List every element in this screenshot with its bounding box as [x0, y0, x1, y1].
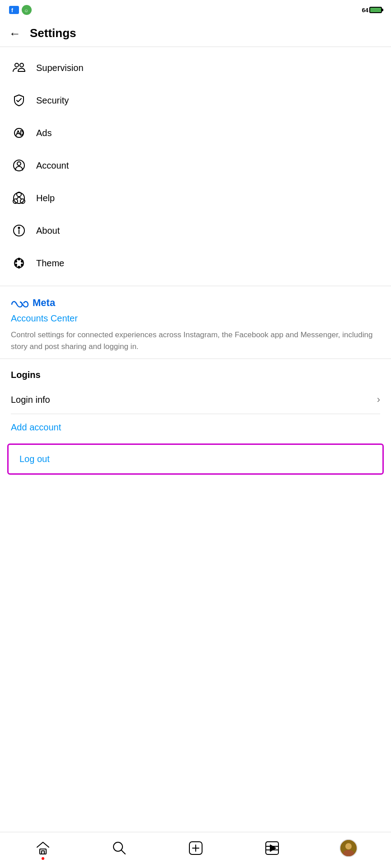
svg-point-22	[15, 260, 17, 262]
bottom-nav	[0, 832, 391, 868]
avatar	[339, 839, 358, 857]
theme-label: Theme	[36, 258, 64, 269]
sidebar-item-supervision[interactable]: Supervision	[0, 52, 391, 84]
nav-home[interactable]	[29, 835, 57, 862]
svg-rect-23	[40, 849, 46, 854]
divider-3	[11, 414, 380, 414]
svg-point-20	[18, 266, 20, 268]
settings-header: ← Settings	[0, 20, 391, 47]
account-label: Account	[36, 160, 69, 171]
logins-title: Logins	[11, 370, 380, 380]
divider-2	[0, 359, 391, 359]
nav-create[interactable]	[182, 835, 209, 862]
svg-line-12	[19, 197, 21, 199]
svg-point-17	[18, 258, 20, 260]
svg-point-6	[17, 162, 21, 165]
theme-icon	[11, 255, 27, 271]
sidebar-item-security[interactable]: Security	[0, 84, 391, 117]
logout-section[interactable]: Log out	[7, 443, 384, 475]
sidebar-item-ads[interactable]: Ads	[0, 117, 391, 149]
reels-icon	[264, 840, 280, 856]
security-label: Security	[36, 95, 69, 106]
back-button[interactable]: ←	[9, 28, 21, 39]
home-icon	[35, 840, 51, 856]
back-arrow-icon: ←	[9, 28, 21, 39]
battery-bar	[369, 7, 382, 13]
divider-1	[0, 286, 391, 286]
svg-text:f: f	[11, 7, 14, 13]
svg-point-7	[14, 193, 24, 203]
svg-point-2	[15, 63, 19, 67]
logins-section: Logins Login info › Add account	[0, 361, 391, 439]
svg-point-19	[21, 264, 23, 266]
nav-search[interactable]	[106, 835, 133, 862]
sidebar-item-theme[interactable]: Theme	[0, 247, 391, 279]
svg-line-26	[122, 850, 125, 854]
status-bar: f ☺ 64	[0, 0, 391, 20]
svg-point-35	[345, 843, 352, 849]
login-info-item[interactable]: Login info ›	[11, 387, 380, 412]
ads-icon	[11, 125, 27, 141]
ads-label: Ads	[36, 128, 52, 138]
about-icon	[11, 222, 27, 239]
about-label: About	[36, 226, 60, 236]
supervision-label: Supervision	[36, 63, 84, 73]
messenger-status-icon: ☺	[22, 5, 32, 15]
meta-section: Meta Accounts Center Control settings fo…	[0, 288, 391, 357]
nav-profile[interactable]	[335, 835, 362, 862]
supervision-icon	[11, 60, 27, 76]
svg-point-21	[15, 264, 17, 266]
create-icon	[188, 840, 204, 856]
accounts-center-link[interactable]: Accounts Center	[11, 313, 380, 324]
svg-point-25	[113, 842, 122, 851]
svg-text:☺: ☺	[24, 8, 28, 13]
svg-point-9	[13, 199, 18, 203]
help-icon	[11, 190, 27, 206]
status-icons: f ☺	[9, 5, 32, 15]
settings-menu: Supervision Security Ads	[0, 47, 391, 284]
sidebar-item-about[interactable]: About	[0, 214, 391, 247]
meta-logo-svg	[11, 298, 29, 307]
sidebar-item-help[interactable]: Help	[0, 182, 391, 214]
battery-indicator: 64	[362, 7, 382, 14]
add-account-link[interactable]: Add account	[11, 416, 380, 439]
svg-point-15	[19, 227, 20, 229]
meta-description: Control settings for connected experienc…	[11, 329, 380, 352]
svg-point-10	[20, 199, 25, 203]
facebook-status-icon: f	[9, 6, 19, 14]
help-label: Help	[36, 193, 55, 203]
nav-reels[interactable]	[259, 835, 286, 862]
svg-rect-24	[42, 851, 44, 854]
search-icon	[111, 840, 127, 856]
svg-line-11	[17, 197, 19, 199]
home-active-dot	[42, 857, 44, 860]
svg-point-18	[21, 260, 23, 262]
meta-logo: Meta	[11, 297, 380, 309]
svg-point-3	[20, 63, 24, 67]
sidebar-item-account[interactable]: Account	[0, 149, 391, 182]
chevron-right-icon: ›	[377, 394, 380, 406]
security-icon	[11, 92, 27, 108]
logout-label: Log out	[19, 454, 50, 464]
meta-logo-text: Meta	[33, 297, 55, 309]
login-info-label: Login info	[11, 395, 50, 405]
account-icon	[11, 157, 27, 174]
page-title: Settings	[30, 26, 76, 40]
